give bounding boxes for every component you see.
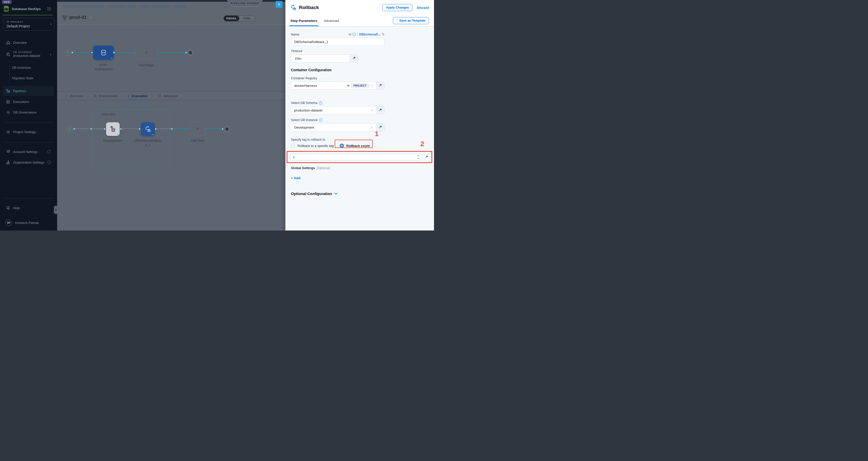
breadcrumb-account[interactable]: Account: kurosakiichigo.songoku — [62, 5, 104, 8]
panel-title: Rollback — [299, 5, 319, 10]
rollback-count-input[interactable] — [290, 154, 422, 160]
annotation-number-2: 2 — [421, 140, 424, 148]
instance-value: Development — [294, 126, 369, 129]
connector — [158, 52, 186, 53]
optional-configuration-toggle[interactable]: Optional Configuration — [291, 192, 429, 196]
module-grid-icon[interactable] — [47, 7, 51, 11]
connector — [115, 52, 135, 53]
toggle-visual[interactable]: VISUAL — [224, 15, 239, 21]
schema-value: production-dataset — [294, 108, 369, 112]
sidebar-item-organization-settings[interactable]: Organization Settings i — [3, 158, 54, 167]
breadcrumb-project[interactable]: Project: Default Project — [140, 5, 170, 8]
layers-gear-icon — [6, 150, 10, 154]
registry-label: Container Registry — [291, 76, 429, 80]
tab-step-parameters[interactable]: Step Parameters — [290, 15, 317, 26]
execution-canvas: − cross-env </> </> + — [57, 100, 285, 230]
schema-select[interactable]: production-dataset — [291, 106, 384, 114]
info-icon[interactable]: i — [319, 119, 322, 122]
info-icon[interactable]: i — [352, 33, 356, 36]
rollback-icon — [290, 4, 297, 10]
save-as-template-button[interactable]: ↑ Save as Template — [393, 17, 429, 24]
runtime-pin-button[interactable] — [376, 82, 384, 89]
sidebar-item-help[interactable]: Help — [3, 203, 54, 212]
info-icon[interactable]: i — [48, 161, 51, 164]
connector-port — [138, 128, 141, 130]
info-icon[interactable]: i — [319, 101, 322, 105]
pipeline-end-node[interactable] — [187, 50, 193, 56]
sidebar-collapse-handle[interactable] — [54, 206, 57, 214]
edit-pencil-icon[interactable]: ✎ — [90, 15, 93, 20]
pin-icon — [378, 83, 383, 88]
discard-button[interactable]: Discard — [417, 6, 429, 9]
step-node-development[interactable]: </> — [106, 122, 120, 136]
custom-stage-icon — [100, 49, 107, 56]
pin-icon — [378, 108, 383, 112]
step-group-header[interactable]: − cross-env — [97, 112, 115, 116]
tab-execution[interactable]: ✓ Execution — [124, 92, 151, 100]
stepper-down-icon[interactable] — [417, 157, 420, 159]
stage-node-multi-environment[interactable]: </> — [93, 45, 114, 60]
tab-environment[interactable]: Environment — [90, 92, 121, 100]
breadcrumb-pipelines[interactable]: Pipelines — [174, 5, 186, 8]
container-config-heading: Container Configuration — [291, 68, 429, 72]
sidebar-item-db-instances[interactable]: DB Instances — [12, 64, 54, 71]
sidebar-item-executions[interactable]: Executions — [3, 97, 54, 106]
breadcrumb-organization[interactable]: Organization: default — [109, 5, 136, 8]
sidebar-item-overview[interactable]: Overview — [3, 38, 54, 47]
timeout-field — [291, 54, 359, 62]
connector — [173, 128, 190, 129]
chevron-down-icon — [334, 192, 338, 195]
user-menu[interactable]: AP Animesh Pathak — [3, 218, 54, 228]
project-selector[interactable]: PROJECT Default Project › — [3, 18, 54, 31]
instance-select[interactable]: Development — [291, 123, 384, 131]
runtime-pin-button[interactable] — [376, 106, 384, 114]
execution-start-node[interactable] — [66, 126, 72, 132]
step-label-dbschemarollback: DBSchemaRollback_1 — [134, 138, 162, 147]
tab-panel-advanced[interactable]: Advanced — [324, 15, 339, 26]
play-icon — [67, 51, 69, 54]
add-button[interactable]: + Add — [291, 176, 429, 180]
add-step-button[interactable]: + — [190, 122, 205, 136]
tab-overview[interactable]: ✓ Overview — [62, 92, 87, 100]
connector-status-dot — [347, 85, 349, 87]
pipelines-icon — [6, 89, 10, 93]
logo-row[interactable]: Database DevOps — [2, 4, 55, 13]
add-stage-button[interactable]: + — [135, 46, 158, 59]
tab-advanced[interactable]: Advanced — [154, 92, 181, 100]
radio-specific-tag[interactable] — [291, 144, 295, 148]
close-drawer-button[interactable]: × — [276, 1, 282, 8]
sidebar-item-migration-state[interactable]: Migration State — [12, 74, 54, 82]
sidebar-item-db-governance[interactable]: DB Governance — [3, 108, 54, 117]
stage-tabs: ✓ Overview › Environment › ✓ Execution ›… — [57, 92, 285, 100]
divider — [4, 123, 53, 123]
stop-icon — [226, 128, 228, 130]
pipeline-start-node[interactable] — [65, 50, 71, 56]
app-root: NEW Database DevOps PROJECT Default Proj… — [0, 0, 434, 230]
sidebar-item-account-settings[interactable]: Account Settings i — [3, 147, 54, 156]
upload-icon: ↑ — [397, 19, 398, 23]
sidebar-item-project-settings[interactable]: Project Settings — [3, 127, 54, 136]
db-schema-icon — [6, 52, 10, 57]
db-apply-icon — [109, 126, 116, 133]
edit-pencil-icon[interactable]: ✎ — [382, 32, 384, 36]
number-stepper[interactable] — [416, 155, 420, 159]
timeout-input[interactable] — [294, 56, 347, 61]
execution-end-node[interactable] — [224, 126, 230, 132]
visual-yaml-toggle[interactable]: VISUAL YAML — [223, 15, 255, 22]
step-node-dbschemarollback[interactable]: </> — [141, 122, 155, 136]
radio-specific-tag-label[interactable]: Rollback to a specific tag — [298, 144, 334, 148]
connector — [73, 52, 93, 53]
toggle-yaml[interactable]: YAML — [239, 15, 255, 21]
registry-field[interactable]: dockerHarness PROJECT — [291, 81, 384, 90]
sidebar-item-pipelines[interactable]: Pipelines — [3, 86, 54, 96]
sidebar-item-db-schemas[interactable]: DB SCHEMAS production-dataset › — [3, 48, 54, 60]
info-icon[interactable]: i — [48, 150, 51, 154]
chevron-down-icon — [371, 126, 373, 128]
name-input[interactable] — [291, 38, 384, 46]
apply-changes-button[interactable]: Apply Changes — [382, 4, 412, 11]
connector-port — [91, 51, 93, 54]
collapse-minus-icon[interactable]: − — [97, 112, 99, 116]
runtime-pin-button[interactable] — [350, 55, 358, 62]
pin-icon[interactable] — [425, 155, 429, 159]
user-name: Animesh Pathak — [15, 221, 39, 225]
